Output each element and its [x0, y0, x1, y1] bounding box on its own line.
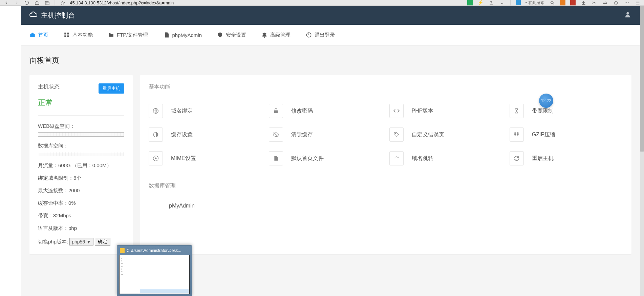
max-conn: 最大连接数：2000	[38, 188, 124, 194]
app-logo: 主机控制台	[29, 11, 75, 20]
lightning-icon[interactable]: ⚡	[477, 0, 484, 6]
download-icon[interactable]	[580, 0, 586, 6]
feature-clear-cache[interactable]: 清除缓存	[269, 127, 382, 142]
monthly-traffic: 月流量：600G （已用：0.00M）	[38, 162, 124, 169]
nav-ftp[interactable]: FTP/文件管理	[108, 32, 148, 38]
tag-icon	[389, 127, 404, 142]
feature-restart-host[interactable]: 重启主机	[510, 151, 623, 165]
nav-bar: 首页 基本功能 FTP/文件管理 phpMyAdmin 安全设置 高级管理 退出…	[21, 25, 640, 45]
extension-green-icon[interactable]	[467, 0, 473, 5]
basic-features-title: 基本功能	[149, 83, 623, 91]
tab-icon[interactable]	[44, 0, 50, 6]
app-header: 主机控制台	[21, 6, 640, 25]
forward-icon[interactable]	[14, 0, 20, 6]
nav-security[interactable]: 安全设置	[217, 32, 246, 38]
page-title: 面板首页	[29, 55, 631, 65]
cloud-icon	[29, 11, 38, 20]
svg-rect-1	[46, 2, 49, 5]
eyeoff-icon	[269, 127, 283, 142]
swap-icon[interactable]: ⇄	[602, 0, 608, 6]
user-icon[interactable]	[624, 11, 631, 20]
restart-host-button[interactable]: 重启主机	[99, 83, 124, 94]
feature-cache-settings[interactable]: 缓存设置	[149, 127, 262, 142]
db-progress	[38, 152, 124, 156]
home-icon[interactable]	[34, 0, 40, 6]
home-icon	[29, 32, 36, 38]
folder-icon	[120, 248, 125, 253]
scissors-icon[interactable]: ✂	[591, 0, 597, 6]
svg-point-3	[626, 12, 629, 15]
scrollbar[interactable]	[640, 6, 644, 296]
file-icon	[269, 151, 283, 165]
domain-limit: 绑定域名限制：6个	[38, 175, 124, 181]
feature-mime[interactable]: MIME设置	[149, 151, 262, 165]
nav-basic[interactable]: 基本功能	[64, 32, 93, 38]
feature-change-password[interactable]: 修改密码	[269, 104, 382, 118]
bandwidth: 带宽：32Mbps	[38, 213, 124, 219]
hamburger-icon[interactable]: ☰	[635, 0, 641, 6]
db-label: 数据库空间：	[38, 143, 124, 149]
svg-rect-7	[67, 36, 69, 37]
svg-point-2	[551, 1, 553, 4]
refresh-icon[interactable]	[24, 0, 30, 6]
power-icon	[306, 32, 312, 38]
feature-phpmyadmin[interactable]: pMyAdmin	[169, 203, 623, 209]
preview-thumbnail: ▸ ▸ ▸ ▸ ▸ ▸ ▸	[119, 255, 190, 294]
features-card: 基本功能 域名绑定 修改密码 PHP版本	[140, 75, 631, 254]
lang-version: 语言及版本：php	[38, 225, 124, 232]
menu-icon[interactable]: ⋯	[624, 0, 630, 6]
star-icon[interactable]	[60, 0, 66, 6]
layers-icon	[261, 32, 267, 38]
mini-search[interactable]: •在此搜索	[525, 0, 544, 6]
status-label: 主机状态	[38, 83, 60, 91]
feature-domain-bind[interactable]: 域名绑定	[149, 104, 262, 118]
browser-toolbar: | 45.134.3.130:5312/vhost/index.php?c=in…	[0, 0, 644, 6]
svg-rect-4	[64, 33, 66, 34]
feature-bandwidth-limit[interactable]: 带宽限制	[510, 104, 623, 118]
folder-icon	[108, 32, 114, 38]
orange-ext-icon[interactable]	[560, 0, 565, 5]
clock-widget[interactable]: 12:22	[539, 94, 553, 108]
nav-logout[interactable]: 退出登录	[306, 32, 335, 38]
status-value: 正常	[38, 98, 124, 108]
feature-domain-redirect[interactable]: 域名跳转	[389, 151, 503, 165]
nav-home[interactable]: 首页	[29, 32, 48, 38]
nav-phpmyadmin[interactable]: phpMyAdmin	[164, 32, 202, 38]
lock-icon	[269, 104, 283, 118]
dropbox-icon	[510, 127, 524, 142]
nav-advanced[interactable]: 高级管理	[261, 32, 291, 38]
search-icon[interactable]	[549, 0, 555, 6]
address-bar[interactable]: 45.134.3.130:5312/vhost/index.php?c=inde…	[70, 0, 463, 5]
upload-icon[interactable]	[488, 0, 494, 6]
feature-custom-error[interactable]: 自定义错误页	[389, 127, 503, 142]
svg-point-14	[155, 158, 157, 159]
svg-rect-10	[274, 111, 278, 113]
svg-point-12	[395, 133, 395, 134]
album-icon	[149, 151, 163, 165]
code-icon	[389, 104, 404, 118]
php-version-select[interactable]: php56 ▼	[69, 238, 93, 245]
feature-default-index[interactable]: 默认首页文件	[269, 151, 382, 165]
grid-icon	[64, 32, 70, 38]
host-status-card: 主机状态 重启主机 正常 WEB磁盘空间： 数据库空间： 月流量：600G （已…	[29, 75, 133, 254]
confirm-button[interactable]: 确定	[95, 238, 110, 246]
hourglass-icon	[510, 104, 524, 118]
svg-rect-6	[64, 36, 66, 37]
preview-title-text: C:\Users\Administrator\Desk...	[127, 248, 181, 253]
back-icon[interactable]	[3, 0, 9, 6]
clock-icon[interactable]: ◷	[613, 0, 619, 6]
chevron-down-icon[interactable]: ⌄	[499, 0, 505, 6]
halfcircle-icon	[149, 127, 163, 142]
globe-icon	[149, 104, 163, 118]
db-section-title: 数据库管理	[149, 182, 623, 190]
shield-icon	[217, 32, 223, 38]
feature-gzip[interactable]: GZIP压缩	[510, 127, 623, 142]
red-ext-icon[interactable]	[570, 0, 576, 5]
sync-icon	[510, 151, 524, 165]
blue-ext-icon[interactable]	[516, 0, 521, 5]
disk-progress	[38, 132, 124, 137]
feature-php-version[interactable]: PHP版本	[389, 104, 503, 118]
taskbar-preview[interactable]: C:\Users\Administrator\Desk... ▸ ▸ ▸ ▸ ▸…	[117, 245, 192, 296]
file-icon	[164, 32, 170, 38]
svg-rect-5	[67, 33, 69, 34]
